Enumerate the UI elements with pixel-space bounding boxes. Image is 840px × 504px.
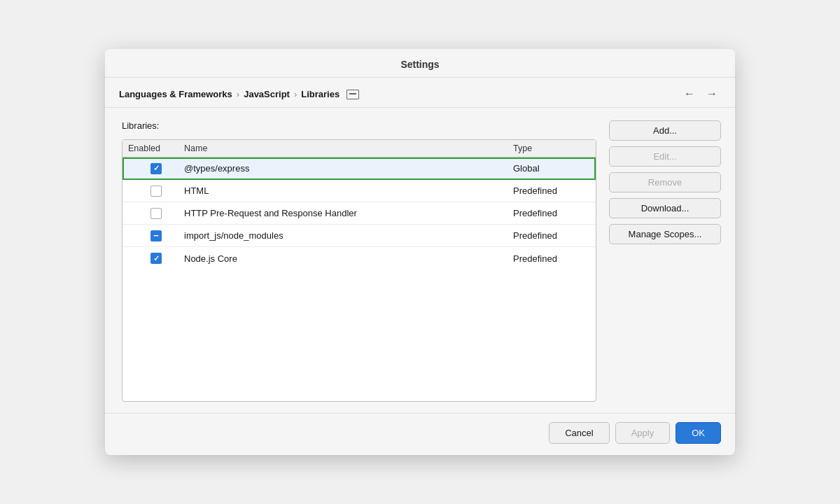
row-checkbox-1[interactable] [150, 186, 162, 197]
table-row[interactable]: HTMLPredefined [122, 180, 596, 202]
dialog-title: Settings [105, 49, 735, 78]
download-button[interactable]: Download... [609, 198, 721, 218]
ok-button[interactable]: OK [676, 422, 721, 444]
right-panel: Add... Edit... Remove Download... Manage… [609, 120, 721, 402]
breadcrumb-part2: JavaScript [244, 89, 290, 99]
add-button[interactable]: Add... [609, 120, 721, 141]
header-enabled: Enabled [128, 144, 184, 153]
dialog-body: Libraries: Enabled Name Type @types/expr… [105, 108, 735, 413]
breadcrumb-nav: ← → [680, 86, 721, 102]
manage-scopes-button[interactable]: Manage Scopes... [609, 224, 721, 244]
checkbox-cell [128, 230, 184, 241]
nav-forward-button[interactable]: → [703, 86, 721, 102]
row-name-2: HTTP Pre-Request and Response Handler [184, 208, 513, 218]
remove-button[interactable]: Remove [609, 172, 721, 192]
cancel-button[interactable]: Cancel [549, 422, 609, 444]
row-name-0: @types/express [184, 163, 513, 174]
row-checkbox-4[interactable] [150, 253, 162, 264]
row-checkbox-2[interactable] [150, 208, 162, 219]
table-row[interactable]: HTTP Pre-Request and Response HandlerPre… [122, 202, 596, 225]
breadcrumb-sep1: › [237, 89, 239, 99]
dialog-footer: Cancel Apply OK [105, 413, 735, 455]
row-type-2: Predefined [513, 208, 590, 218]
edit-button[interactable]: Edit... [609, 146, 721, 167]
row-type-1: Predefined [513, 186, 590, 196]
breadcrumb-part1: Languages & Frameworks [119, 89, 232, 99]
settings-dialog: Settings Languages & Frameworks › JavaSc… [105, 49, 735, 455]
table-row[interactable]: Node.js CorePredefined [122, 247, 596, 270]
row-name-3: import_js/node_modules [184, 230, 513, 241]
row-type-3: Predefined [513, 230, 590, 241]
row-name-4: Node.js Core [184, 253, 513, 264]
libraries-table: Enabled Name Type @types/expressGlobalHT… [122, 139, 596, 402]
row-name-1: HTML [184, 186, 513, 196]
table-header: Enabled Name Type [122, 140, 596, 158]
apply-button[interactable]: Apply [615, 422, 671, 444]
breadcrumb-sep2: › [294, 89, 297, 99]
checkbox-cell [128, 208, 184, 219]
checkbox-cell [128, 253, 184, 264]
section-label: Libraries: [122, 120, 596, 131]
row-type-0: Global [513, 163, 590, 174]
panel-icon [346, 90, 359, 99]
header-type: Type [513, 144, 590, 153]
checkbox-cell [128, 186, 184, 197]
breadcrumb-part3: Libraries [301, 89, 340, 99]
row-type-4: Predefined [513, 253, 590, 264]
row-checkbox-3[interactable] [150, 230, 162, 241]
left-panel: Libraries: Enabled Name Type @types/expr… [122, 120, 596, 402]
table-row[interactable]: import_js/node_modulesPredefined [122, 225, 596, 247]
breadcrumb-bar: Languages & Frameworks › JavaScript › Li… [105, 78, 735, 108]
table-row[interactable]: @types/expressGlobal [122, 158, 596, 180]
header-name: Name [184, 144, 513, 153]
row-checkbox-0[interactable] [150, 163, 162, 174]
table-body: @types/expressGlobalHTMLPredefinedHTTP P… [122, 158, 596, 270]
nav-back-button[interactable]: ← [680, 86, 699, 102]
checkbox-cell [128, 163, 184, 174]
